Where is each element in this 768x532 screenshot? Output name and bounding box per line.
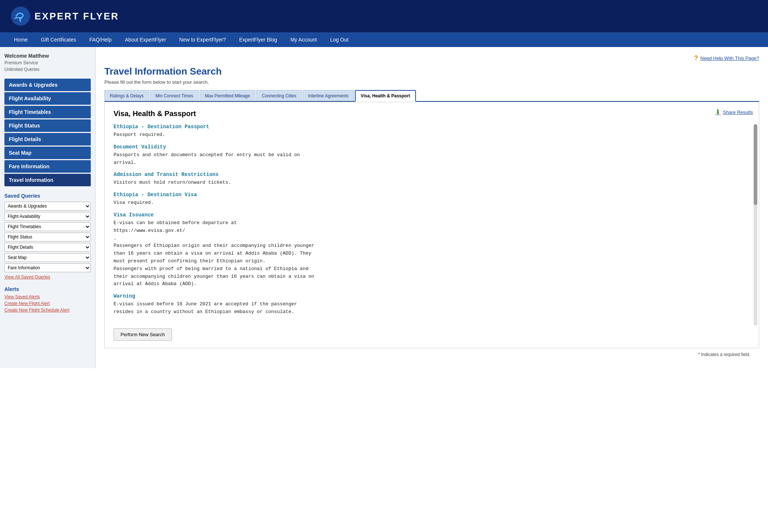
- saved-query-select-awards-&-upgrades[interactable]: Awards & Upgrades: [4, 202, 91, 211]
- visa-subsection: Visa IssuanceE-visas can be obtained bef…: [114, 212, 750, 288]
- visa-subsection: Ethiopia - Destination VisaVisa required…: [114, 192, 750, 207]
- view-all-saved-link[interactable]: View All Saved Queries: [4, 274, 91, 280]
- nav-item-gift-certificates[interactable]: Gift Certificates: [34, 32, 83, 47]
- visa-subsection-heading: Ethiopia - Destination Passport: [114, 124, 750, 130]
- sidebar-nav-flight-timetables[interactable]: Flight Timetables: [4, 106, 91, 118]
- nav-item-log-out[interactable]: Log Out: [324, 32, 355, 47]
- scrollbar-indicator: [754, 124, 757, 326]
- saved-query-select-flight-status[interactable]: Flight Status: [4, 233, 91, 241]
- alerts-links-list: View Saved AlertsCreate New Flight Alert…: [4, 294, 91, 313]
- sidebar-nav-flight-details[interactable]: Flight Details: [4, 133, 91, 145]
- visa-subsection-heading: Ethiopia - Destination Visa: [114, 192, 750, 198]
- navbar: HomeGift CertificatesFAQ/HelpAbout Exper…: [0, 32, 768, 47]
- visa-subsection-heading: Visa Issuance: [114, 212, 750, 218]
- alert-link-create-new-flight-alert[interactable]: Create New Flight Alert: [4, 301, 91, 306]
- tab-visa-health-passport[interactable]: Visa, Health & Passport: [355, 90, 416, 102]
- visa-subsection: Document ValidityPassports and other doc…: [114, 144, 750, 167]
- sidebar-nav-flight-status[interactable]: Flight Status: [4, 119, 91, 132]
- visa-subsection-body: E-visas can be obtained before departure…: [114, 219, 750, 288]
- visa-subsection-heading: Warning: [114, 293, 750, 299]
- sidebar-nav: Awards & UpgradesFlight AvailabilityFlig…: [4, 79, 91, 186]
- share-results-button[interactable]: ⬇ Share Results: [715, 108, 753, 116]
- sidebar-nav-awards-upgrades[interactable]: Awards & Upgrades: [4, 79, 91, 91]
- visa-subsection-heading: Document Validity: [114, 144, 750, 150]
- alert-link-create-new-flight-schedule-alert[interactable]: Create New Flight Schedule Alert: [4, 308, 91, 313]
- visa-section-title: Visa, Health & Passport: [114, 109, 750, 118]
- sidebar-nav-travel-information[interactable]: Travel Information: [4, 174, 91, 186]
- help-icon: ?: [694, 54, 698, 62]
- saved-queries-title: Saved Queries: [4, 193, 91, 199]
- saved-query-select-seat-map[interactable]: Seat Map: [4, 253, 91, 262]
- help-row: ? Need Help With This Page?: [104, 54, 759, 62]
- tab-connecting-cities[interactable]: Connecting Cities: [256, 90, 302, 101]
- visa-subsection-body: Passports and other documents accepted f…: [114, 151, 750, 167]
- visa-subsection: Admission and Transit RestrictionsVisito…: [114, 172, 750, 187]
- saved-query-row: Flight Status: [4, 233, 91, 241]
- saved-query-row: Fare Information: [4, 263, 91, 272]
- nav-item-my-account[interactable]: My Account: [284, 32, 323, 47]
- tab-ratings-delays[interactable]: Ratings & Delays: [104, 90, 149, 101]
- content-area: ? Need Help With This Page? Travel Infor…: [96, 47, 768, 368]
- nav-item-home[interactable]: Home: [7, 32, 34, 47]
- footer-note: * Indicates a required field.: [104, 348, 759, 361]
- saved-query-row: Flight Details: [4, 243, 91, 252]
- svg-point-0: [11, 7, 30, 26]
- page-subtitle: Please fill out the form below to start …: [104, 79, 759, 85]
- service-text: Premium Service Unlimited Queries: [4, 60, 91, 73]
- visa-subsection-body: Visa required.: [114, 199, 750, 207]
- saved-query-row: Seat Map: [4, 253, 91, 262]
- nav-item-about[interactable]: About ExpertFlyer: [118, 32, 173, 47]
- saved-queries-list: Awards & UpgradesFlight AvailabilityFlig…: [4, 202, 91, 272]
- saved-query-select-flight-timetables[interactable]: Flight Timetables: [4, 222, 91, 231]
- saved-query-row: Flight Availability: [4, 212, 91, 221]
- tab-interline-agreements[interactable]: Interline Agreements: [303, 90, 354, 101]
- sidebar-nav-seat-map[interactable]: Seat Map: [4, 147, 91, 159]
- alert-link-view-saved-alerts[interactable]: View Saved Alerts: [4, 294, 91, 299]
- tabs-row: Ratings & DelaysMin Connect TimesMax Per…: [104, 90, 759, 102]
- alerts-section: Alerts View Saved AlertsCreate New Fligh…: [4, 286, 91, 313]
- sidebar-nav-fare-information[interactable]: Fare Information: [4, 160, 91, 173]
- nav-item-faq-help[interactable]: FAQ/Help: [83, 32, 118, 47]
- logo-area: EXPERT FLYER: [11, 7, 119, 26]
- logo-text: EXPERT FLYER: [35, 11, 119, 22]
- help-link[interactable]: Need Help With This Page?: [700, 55, 759, 61]
- visa-subsection: Ethiopia - Destination PassportPassport …: [114, 124, 750, 139]
- tab-max-mileage[interactable]: Max Permitted Mileage: [200, 90, 256, 101]
- perform-new-search-button[interactable]: Perform New Search: [114, 328, 172, 341]
- visa-subsection-body: Visitors must hold return/onward tickets…: [114, 179, 750, 187]
- page-title: Travel Information Search: [104, 66, 759, 77]
- saved-query-select-fare-information[interactable]: Fare Information: [4, 263, 91, 272]
- sidebar-nav-flight-availability[interactable]: Flight Availability: [4, 92, 91, 105]
- share-icon: ⬇: [715, 108, 721, 116]
- saved-query-row: Flight Timetables: [4, 222, 91, 231]
- visa-subsection-body: E-visas issued before 18 June 2021 are a…: [114, 301, 750, 316]
- nav-item-new[interactable]: New to ExpertFlyer?: [173, 32, 233, 47]
- sidebar: Welcome Matthew Premium Service Unlimite…: [0, 47, 96, 368]
- nav-item-blog[interactable]: ExpertFlyer Blog: [233, 32, 284, 47]
- tab-min-connect-times[interactable]: Min Connect Times: [150, 90, 199, 101]
- visa-subsection: WarningE-visas issued before 18 June 202…: [114, 293, 750, 316]
- visa-subsection-heading: Admission and Transit Restrictions: [114, 172, 750, 177]
- alerts-title: Alerts: [4, 286, 91, 292]
- header: EXPERT FLYER: [0, 0, 768, 32]
- expertflyer-logo-icon: [11, 7, 30, 26]
- results-box: ⬇ Share Results Visa, Health & Passport …: [104, 102, 759, 348]
- saved-query-row: Awards & Upgrades: [4, 202, 91, 211]
- share-results-label: Share Results: [723, 109, 753, 115]
- visa-subsections: Ethiopia - Destination PassportPassport …: [114, 124, 750, 316]
- saved-queries-section: Saved Queries Awards & UpgradesFlight Av…: [4, 193, 91, 280]
- saved-query-select-flight-availability[interactable]: Flight Availability: [4, 212, 91, 221]
- visa-subsection-body: Passport required.: [114, 131, 750, 139]
- scrollbar-thumb: [754, 124, 757, 205]
- saved-query-select-flight-details[interactable]: Flight Details: [4, 243, 91, 252]
- welcome-text: Welcome Matthew: [4, 53, 91, 59]
- main-container: Welcome Matthew Premium Service Unlimite…: [0, 47, 768, 368]
